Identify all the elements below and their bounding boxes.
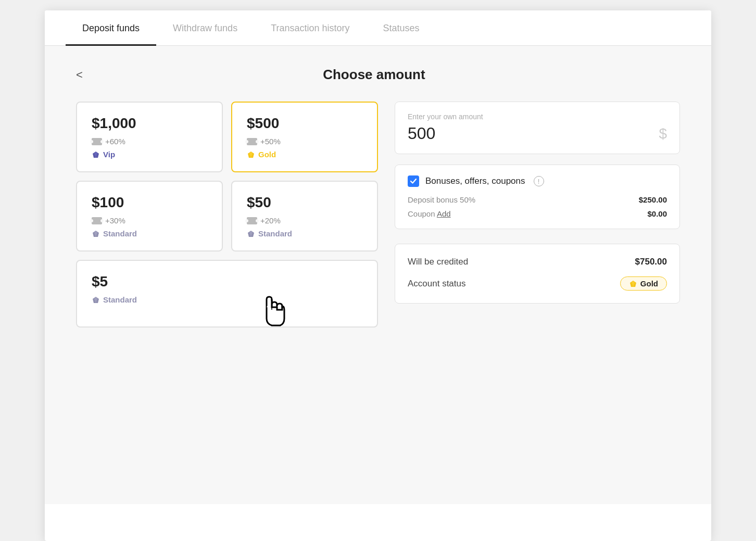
card-amount-5: $5 [92, 273, 362, 290]
bonuses-box: Bonuses, offers, coupons ! Deposit bonus… [395, 165, 680, 229]
credited-label: Will be credited [408, 257, 468, 267]
card-bonus-50: +20% [247, 216, 362, 225]
account-status-row: Account status Gold [408, 276, 667, 291]
coupon-add-link[interactable]: Add [437, 209, 451, 218]
ticket-icon-500 [247, 138, 257, 145]
deposit-bonus-row: Deposit bonus 50% $250.00 [408, 195, 667, 204]
page-header: < Choose amount [76, 67, 680, 83]
bonuses-checkbox[interactable] [408, 175, 419, 187]
main-layout: $1,000 +60% Vip [76, 102, 680, 328]
card-amount-1000: $1,000 [92, 115, 207, 132]
info-icon[interactable]: ! [534, 176, 544, 186]
credited-row: Will be credited $750.00 [408, 257, 667, 267]
coupon-row: Coupon Add $0.00 [408, 209, 667, 218]
amount-card-100[interactable]: $100 +30% Standard [76, 181, 223, 251]
account-status-value: Gold [640, 279, 658, 288]
card-amount-500: $500 [247, 115, 362, 132]
check-icon [410, 178, 417, 185]
input-value[interactable]: 500 [408, 124, 435, 143]
card-tier-500: Gold [247, 150, 362, 159]
amount-card-5[interactable]: $5 Standard [76, 260, 378, 328]
amount-input-box: Enter your own amount 500 $ [395, 102, 680, 154]
back-button[interactable]: < [76, 67, 89, 83]
tab-transaction-history[interactable]: Transaction history [254, 10, 366, 46]
account-status-label: Account status [408, 279, 466, 289]
card-tier-50: Standard [247, 229, 362, 238]
ticket-icon-50 [247, 217, 257, 224]
modal: Deposit funds Withdraw funds Transaction… [45, 10, 711, 541]
input-label: Enter your own amount [408, 112, 667, 121]
ticket-icon [92, 138, 102, 145]
amount-card-500[interactable]: $500 +50% Gold [231, 102, 378, 172]
diamond-standard-icon-100 [92, 230, 100, 238]
card-bonus-500: +50% [247, 137, 362, 146]
account-status-badge: Gold [620, 276, 667, 291]
card-tier-100: Standard [92, 229, 207, 238]
card-amount-50: $50 [247, 194, 362, 211]
diamond-gold-icon [247, 150, 255, 159]
tab-deposit-funds[interactable]: Deposit funds [66, 10, 156, 46]
card-tier-1000: Vip [92, 150, 207, 159]
coupon-value: $0.00 [647, 209, 667, 218]
gold-diamond-icon [629, 280, 637, 288]
amount-grid: $1,000 +60% Vip [76, 102, 378, 328]
card-amount-100: $100 [92, 194, 207, 211]
deposit-bonus-value: $250.00 [639, 195, 667, 204]
page-title: Choose amount [89, 67, 659, 83]
tab-withdraw-funds[interactable]: Withdraw funds [156, 10, 254, 46]
right-panel: Enter your own amount 500 $ [395, 102, 680, 328]
dollar-symbol: $ [659, 125, 667, 142]
outer-container: Deposit funds Withdraw funds Transaction… [0, 0, 756, 541]
amount-card-1000[interactable]: $1,000 +60% Vip [76, 102, 223, 172]
bonuses-title: Bonuses, offers, coupons [425, 176, 525, 186]
amount-card-50[interactable]: $50 +20% Standard [231, 181, 378, 251]
diamond-standard-icon-5 [92, 296, 100, 304]
card-tier-5: Standard [92, 295, 362, 304]
diamond-standard-icon-50 [247, 230, 255, 238]
diamond-vip-icon [92, 150, 100, 159]
main-content: < Choose amount $1,000 +60% [45, 46, 711, 504]
input-row: 500 $ [408, 124, 667, 143]
card-bonus-100: +30% [92, 216, 207, 225]
cursor-hand-icon [255, 292, 292, 333]
tab-statuses[interactable]: Statuses [367, 10, 436, 46]
summary-box: Will be credited $750.00 Account status … [395, 244, 680, 304]
tabs-bar: Deposit funds Withdraw funds Transaction… [45, 10, 711, 46]
coupon-label: Coupon Add [408, 209, 451, 218]
ticket-icon-100 [92, 217, 102, 224]
card-bonus-1000: +60% [92, 137, 207, 146]
deposit-bonus-label: Deposit bonus 50% [408, 195, 475, 204]
bonuses-header: Bonuses, offers, coupons ! [408, 175, 667, 187]
credited-value: $750.00 [635, 257, 667, 267]
